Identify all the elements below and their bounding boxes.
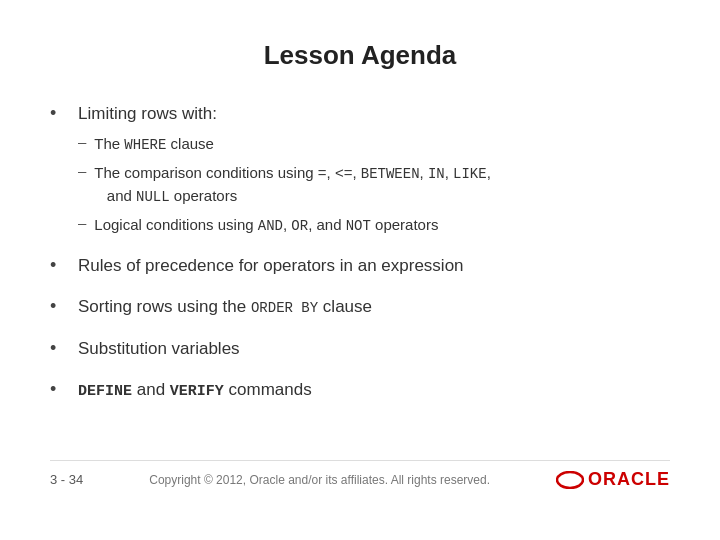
dash-1: – — [78, 133, 86, 150]
order-by-keyword: ORDER BY — [251, 300, 318, 316]
bullet-sorting: • Sorting rows using the ORDER BY clause — [50, 294, 670, 320]
and-keyword: AND — [258, 218, 283, 234]
bullet-limiting-rows: • Limiting rows with: – The WHERE clause… — [50, 101, 670, 237]
dash-3: – — [78, 214, 86, 231]
slide-title: Lesson Agenda — [50, 40, 670, 71]
bullet-dot-4: • — [50, 338, 66, 359]
bullet-dot-3: • — [50, 296, 66, 317]
bullet-text-define-verify: DEFINE and VERIFY commands — [78, 377, 312, 404]
verify-keyword: VERIFY — [170, 383, 224, 400]
sub-bullet-text-comparison: The comparison conditions using =, <=, B… — [94, 162, 491, 208]
page-number: 3 - 34 — [50, 472, 83, 487]
like-keyword: LIKE — [453, 166, 487, 182]
oracle-arc-icon — [556, 471, 584, 489]
bullet-content-1: Limiting rows with: – The WHERE clause –… — [78, 101, 491, 237]
dash-2: – — [78, 162, 86, 179]
oracle-logo: ORACLE — [556, 469, 670, 490]
where-keyword: WHERE — [124, 137, 166, 153]
null-keyword: NULL — [136, 189, 170, 205]
bullet-text-precedence: Rules of precedence for operators in an … — [78, 253, 464, 279]
bullet-text-limiting: Limiting rows with: — [78, 104, 217, 123]
between-keyword: BETWEEN — [361, 166, 420, 182]
sub-bullets-1: – The WHERE clause – The comparison cond… — [78, 133, 491, 237]
copyright-text: Copyright © 2012, Oracle and/or its affi… — [149, 473, 490, 487]
not-keyword: NOT — [346, 218, 371, 234]
slide: Lesson Agenda • Limiting rows with: – Th… — [0, 0, 720, 540]
bullet-define-verify: • DEFINE and VERIFY commands — [50, 377, 670, 404]
sub-bullet-where: – The WHERE clause — [78, 133, 491, 156]
oracle-logo-text: ORACLE — [588, 469, 670, 490]
sub-bullet-comparison: – The comparison conditions using =, <=,… — [78, 162, 491, 208]
bullet-dot-5: • — [50, 379, 66, 400]
in-keyword: IN — [428, 166, 445, 182]
bullet-precedence: • Rules of precedence for operators in a… — [50, 253, 670, 279]
svg-point-0 — [557, 472, 583, 488]
bullet-text-sorting: Sorting rows using the ORDER BY clause — [78, 294, 372, 320]
sub-bullet-text-where: The WHERE clause — [94, 133, 214, 156]
or-keyword: OR — [291, 218, 308, 234]
content-area: • Limiting rows with: – The WHERE clause… — [50, 101, 670, 460]
sub-bullet-logical: – Logical conditions using AND, OR, and … — [78, 214, 491, 237]
bullet-text-substitution: Substitution variables — [78, 336, 240, 362]
define-keyword: DEFINE — [78, 383, 132, 400]
footer: 3 - 34 Copyright © 2012, Oracle and/or i… — [50, 460, 670, 490]
sub-bullet-text-logical: Logical conditions using AND, OR, and NO… — [94, 214, 438, 237]
bullet-substitution: • Substitution variables — [50, 336, 670, 362]
bullet-dot-1: • — [50, 103, 66, 124]
bullet-dot-2: • — [50, 255, 66, 276]
